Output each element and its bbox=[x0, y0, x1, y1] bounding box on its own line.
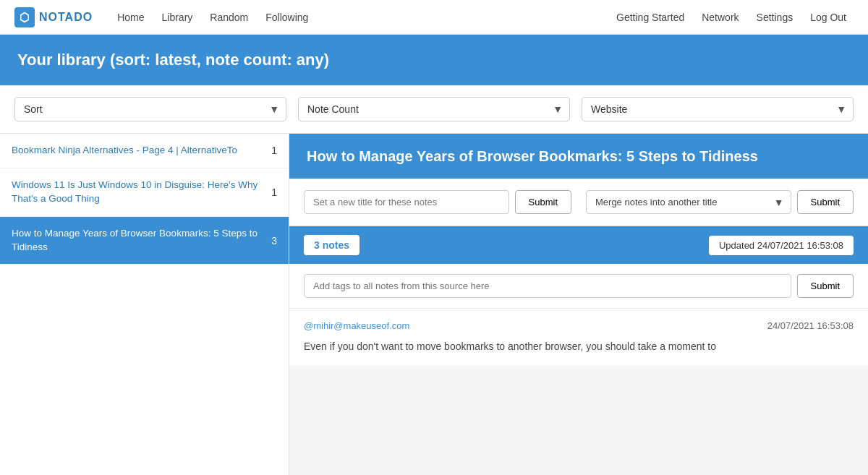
website-select[interactable]: Website bbox=[582, 97, 854, 121]
sidebar-item-2[interactable]: How to Manage Years of Browser Bookmarks… bbox=[0, 217, 289, 265]
filters-row: Sort ▼ Note Count ▼ Website ▼ bbox=[0, 85, 868, 134]
tags-row: Submit bbox=[289, 264, 868, 309]
nav-logout[interactable]: Log Out bbox=[803, 7, 854, 27]
note-count-select[interactable]: Note Count bbox=[298, 97, 570, 121]
note-date: 24/07/2021 16:53:08 bbox=[767, 320, 854, 331]
logo-svg bbox=[18, 11, 31, 24]
nav-getting-started[interactable]: Getting Started bbox=[609, 7, 692, 27]
notes-updated: Updated 24/07/2021 16:53:08 bbox=[709, 236, 854, 255]
content-panel: How to Manage Years of Browser Bookmarks… bbox=[289, 134, 868, 475]
merge-select-wrap: Merge notes into another title ▼ bbox=[586, 190, 791, 214]
navbar: NOTADO Home Library Random Following Get… bbox=[0, 0, 868, 35]
sidebar-item-count-0: 1 bbox=[271, 145, 277, 156]
hero-title: Your library (sort: latest, note count: … bbox=[17, 51, 329, 69]
sidebar-item-1[interactable]: Windows 11 Is Just Windows 10 in Disguis… bbox=[0, 168, 289, 217]
brand-name: NOTADO bbox=[39, 11, 93, 24]
notes-meta-bar: 3 notes Updated 24/07/2021 16:53:08 bbox=[289, 226, 868, 264]
sort-filter-wrap: Sort ▼ bbox=[14, 97, 286, 121]
hero-banner: Your library (sort: latest, note count: … bbox=[0, 35, 868, 85]
rename-submit-button[interactable]: Submit bbox=[515, 190, 571, 214]
website-filter-wrap: Website ▼ bbox=[582, 97, 854, 121]
nav-following[interactable]: Following bbox=[258, 7, 315, 27]
nav-home[interactable]: Home bbox=[110, 7, 151, 27]
nav-library[interactable]: Library bbox=[155, 7, 200, 27]
nav-left-links: Home Library Random Following bbox=[110, 7, 315, 27]
tags-input[interactable] bbox=[304, 274, 791, 298]
sidebar-item-title-2: How to Manage Years of Browser Bookmarks… bbox=[12, 227, 264, 254]
sort-select[interactable]: Sort bbox=[14, 97, 286, 121]
nav-random[interactable]: Random bbox=[203, 7, 255, 27]
tags-submit-button[interactable]: Submit bbox=[797, 274, 854, 298]
sidebar-item-0[interactable]: Bookmark Ninja Alternatives - Page 4 | A… bbox=[0, 134, 289, 168]
merge-group: Merge notes into another title ▼ Submit bbox=[586, 190, 854, 214]
sidebar: Bookmark Ninja Alternatives - Page 4 | A… bbox=[0, 134, 289, 475]
note-author-row: @mihir@makeuseof.com 24/07/2021 16:53:08 bbox=[304, 320, 854, 331]
merge-select[interactable]: Merge notes into another title bbox=[586, 190, 791, 214]
nav-settings[interactable]: Settings bbox=[749, 7, 801, 27]
logo-icon bbox=[14, 7, 35, 27]
main-layout: Bookmark Ninja Alternatives - Page 4 | A… bbox=[0, 134, 868, 475]
logo-link[interactable]: NOTADO bbox=[14, 7, 93, 27]
article-title: How to Manage Years of Browser Bookmarks… bbox=[307, 148, 758, 164]
note-count-filter-wrap: Note Count ▼ bbox=[298, 97, 570, 121]
sidebar-item-title-1: Windows 11 Is Just Windows 10 in Disguis… bbox=[12, 179, 264, 206]
actions-row: Submit Merge notes into another title ▼ … bbox=[289, 179, 868, 226]
nav-right-links: Getting Started Network Settings Log Out bbox=[609, 7, 854, 27]
sidebar-item-count-1: 1 bbox=[271, 187, 277, 198]
note-author: @mihir@makeuseof.com bbox=[304, 320, 409, 331]
note-preview: @mihir@makeuseof.com 24/07/2021 16:53:08… bbox=[289, 309, 868, 366]
nav-network[interactable]: Network bbox=[694, 7, 746, 27]
article-title-banner: How to Manage Years of Browser Bookmarks… bbox=[289, 134, 868, 179]
sidebar-item-title-0: Bookmark Ninja Alternatives - Page 4 | A… bbox=[12, 144, 264, 158]
merge-submit-button[interactable]: Submit bbox=[797, 190, 854, 214]
notes-count-badge: 3 notes bbox=[304, 235, 359, 255]
sidebar-item-count-2: 3 bbox=[271, 235, 277, 247]
rename-group: Submit bbox=[304, 190, 571, 214]
note-text: Even if you don't want to move bookmarks… bbox=[304, 338, 854, 354]
rename-input[interactable] bbox=[304, 190, 509, 214]
